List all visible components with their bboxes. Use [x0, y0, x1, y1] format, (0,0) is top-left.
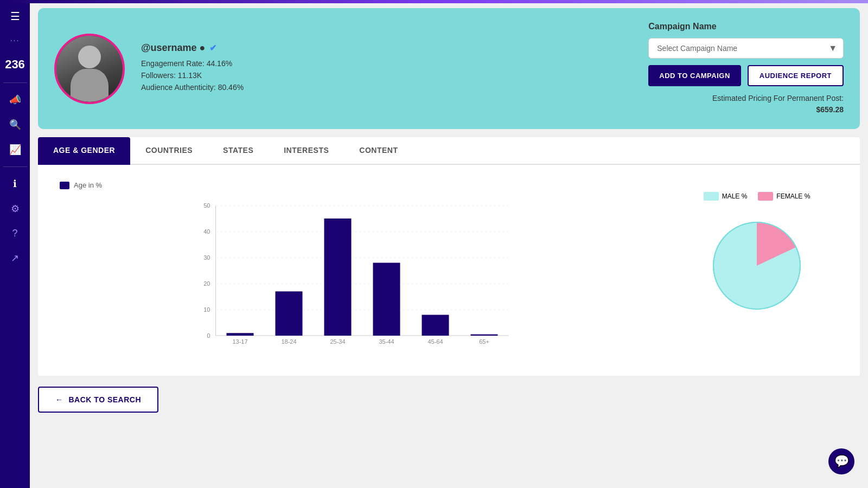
- profile-card: @username ● ✔ Engagement Rate: 44.16% Fo…: [38, 8, 860, 129]
- sidebar: ☰ ··· 236 📣 🔍 📈 ℹ ⚙ ? ↗: [0, 0, 30, 488]
- pie-legend: MALE % FEMALE %: [704, 192, 810, 201]
- verified-badge-icon: ✔: [209, 43, 216, 53]
- followers-stat: Followers: 11.13K: [141, 71, 632, 80]
- svg-text:40: 40: [203, 228, 210, 235]
- male-legend-label: MALE %: [722, 192, 748, 200]
- engagement-rate-value: 44.16%: [207, 59, 232, 68]
- back-arrow-icon: ←: [55, 395, 63, 404]
- bar-legend-color-box: [60, 182, 69, 189]
- svg-text:65+: 65+: [479, 338, 489, 345]
- campaign-select-dropdown[interactable]: Select Campaign Name: [648, 38, 844, 59]
- username-text: @username ●: [141, 42, 205, 54]
- pricing-text: Estimated Pricing For Permanent Post: $6…: [712, 93, 844, 115]
- audience-report-button[interactable]: AUDIENCE REPORT: [748, 65, 844, 86]
- chat-icon: 💬: [834, 454, 849, 468]
- svg-text:13-17: 13-17: [232, 338, 247, 345]
- sidebar-item-megaphone[interactable]: 📣: [0, 89, 30, 110]
- chat-bubble-button[interactable]: 💬: [828, 448, 854, 474]
- sidebar-divider-2: [3, 166, 27, 167]
- pie-legend-male: MALE %: [704, 192, 748, 201]
- pie-chart-area: MALE % FEMALE %: [675, 181, 838, 320]
- pricing-value: $659.28: [816, 105, 844, 114]
- svg-text:30: 30: [203, 254, 210, 261]
- campaign-select-wrapper: Select Campaign Name ▼: [648, 38, 844, 59]
- svg-text:10: 10: [203, 306, 210, 313]
- dots-icon: ···: [6, 31, 24, 49]
- back-to-search-button[interactable]: ← BACK TO SEARCH: [38, 387, 158, 413]
- tab-age-gender[interactable]: AGE & GENDER: [38, 137, 130, 165]
- campaign-name-label: Campaign Name: [648, 22, 716, 31]
- profile-info: @username ● ✔ Engagement Rate: 44.16% Fo…: [141, 42, 632, 95]
- tab-interests[interactable]: INTERESTS: [269, 137, 344, 165]
- avatar-silhouette: [56, 36, 123, 102]
- bar-legend-label: Age in %: [74, 181, 102, 189]
- tab-states[interactable]: STATES: [208, 137, 269, 165]
- male-legend-color: [704, 192, 719, 201]
- avatar-wrapper: [54, 34, 125, 104]
- female-legend-label: FEMALE %: [776, 192, 810, 200]
- profile-username: @username ● ✔: [141, 42, 632, 54]
- bar-13-17: [227, 333, 254, 336]
- main-content: @username ● ✔ Engagement Rate: 44.16% Fo…: [30, 0, 868, 488]
- tab-countries[interactable]: COUNTRIES: [130, 137, 208, 165]
- tabs-container: AGE & GENDER COUNTRIES STATES INTERESTS …: [38, 137, 860, 165]
- sidebar-divider: [3, 82, 27, 83]
- pie-legend-female: FEMALE %: [758, 192, 810, 201]
- campaign-buttons: ADD TO CAMPAIGN AUDIENCE REPORT: [648, 65, 844, 86]
- sidebar-item-chart[interactable]: 📈: [0, 139, 30, 160]
- back-btn-container: ← BACK TO SEARCH: [38, 387, 860, 413]
- bar-35-44: [373, 263, 400, 336]
- svg-text:20: 20: [203, 280, 210, 287]
- sidebar-item-help[interactable]: ?: [0, 223, 30, 243]
- pricing-label: Estimated Pricing For Permanent Post:: [712, 94, 844, 102]
- sidebar-item-info[interactable]: ℹ: [0, 174, 30, 194]
- followers-value: 11.13K: [178, 71, 202, 80]
- bar-25-34: [324, 219, 352, 336]
- svg-text:0: 0: [207, 332, 210, 339]
- engagement-rate-stat: Engagement Rate: 44.16%: [141, 59, 632, 68]
- pie-chart-svg: [703, 211, 811, 320]
- top-stripe: [0, 0, 868, 3]
- bar-chart-legend: Age in %: [60, 181, 643, 189]
- bar-65plus: [471, 335, 498, 336]
- svg-text:35-44: 35-44: [379, 338, 394, 345]
- sidebar-item-settings[interactable]: ⚙: [0, 198, 30, 219]
- chart-container: Age in % 50 40 30 20: [38, 165, 860, 376]
- sidebar-item-search[interactable]: 🔍: [0, 114, 30, 135]
- followers-label: Followers:: [141, 71, 176, 80]
- avatar: [54, 34, 125, 104]
- sidebar-item-share[interactable]: ↗: [0, 248, 30, 268]
- engagement-rate-label: Engagement Rate:: [141, 59, 205, 68]
- authenticity-label: Audience Authenticity:: [141, 83, 216, 92]
- svg-text:18-24: 18-24: [281, 338, 296, 345]
- svg-text:45-64: 45-64: [427, 338, 443, 345]
- female-legend-color: [758, 192, 773, 201]
- bar-chart-area: Age in % 50 40 30 20: [60, 181, 643, 359]
- sidebar-count: 236: [1, 53, 29, 76]
- add-to-campaign-button[interactable]: ADD TO CAMPAIGN: [648, 65, 741, 86]
- authenticity-value: 80.46%: [218, 83, 244, 92]
- bar-18-24: [276, 291, 303, 336]
- bar-45-64: [422, 315, 449, 336]
- tab-content[interactable]: CONTENT: [344, 137, 413, 165]
- back-button-label: BACK TO SEARCH: [69, 395, 142, 404]
- bar-chart-svg: 50 40 30 20 10 0 13-17 18-24 25-34: [60, 195, 643, 359]
- campaign-panel: Campaign Name Select Campaign Name ▼ ADD…: [648, 22, 844, 115]
- svg-text:50: 50: [203, 202, 210, 209]
- authenticity-stat: Audience Authenticity: 80.46%: [141, 83, 632, 92]
- svg-text:25-34: 25-34: [330, 338, 345, 345]
- hamburger-menu-icon[interactable]: ☰: [0, 5, 30, 27]
